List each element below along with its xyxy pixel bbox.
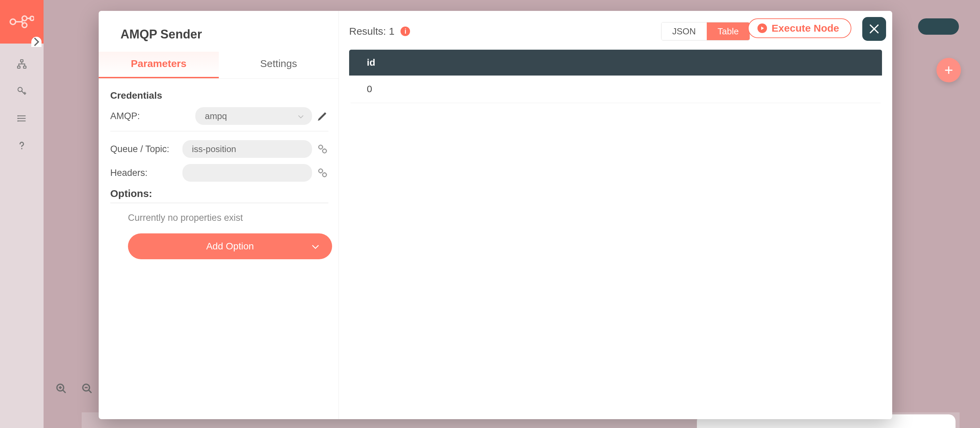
results-header-cell: id: [349, 50, 882, 76]
svg-point-18: [21, 148, 22, 150]
node-settings-modal: AMQP Sender Parameters Settings Credenti…: [99, 11, 892, 419]
queue-label: Queue / Topic:: [110, 144, 182, 154]
info-icon[interactable]: i: [401, 27, 410, 36]
results-prefix: Results:: [349, 25, 389, 37]
queue-row: Queue / Topic:: [110, 140, 328, 158]
zoom-out-button[interactable]: [80, 382, 94, 395]
amqp-credential-row: AMQP: ampq: [110, 107, 328, 125]
svg-point-15: [18, 115, 19, 117]
svg-line-20: [63, 390, 66, 393]
queue-input[interactable]: [182, 140, 312, 158]
results-count: 1: [389, 25, 395, 37]
execute-node-button[interactable]: Execute Node: [748, 18, 851, 38]
amqp-credential-value: ampq: [205, 111, 227, 121]
left-sidebar: [0, 0, 43, 428]
zoom-controls: [54, 382, 94, 395]
tab-parameters[interactable]: Parameters: [99, 52, 219, 78]
gears-icon: [317, 143, 328, 155]
collapse-sidebar-button[interactable]: [31, 37, 41, 47]
add-option-button[interactable]: Add Option: [128, 233, 332, 259]
svg-rect-9: [18, 66, 21, 68]
amqp-credential-select[interactable]: ampq: [195, 107, 312, 125]
gears-icon: [317, 167, 328, 178]
amqp-label: AMQP:: [110, 111, 195, 121]
svg-rect-8: [21, 60, 23, 62]
app-logo[interactable]: [0, 0, 43, 43]
svg-point-28: [319, 169, 323, 173]
view-table-button[interactable]: Table: [707, 22, 749, 40]
options-heading: Options:: [110, 188, 328, 203]
svg-point-29: [323, 173, 326, 177]
credentials-icon[interactable]: [15, 84, 29, 98]
svg-line-24: [89, 390, 92, 393]
play-icon: [757, 24, 767, 33]
pencil-icon: [317, 110, 328, 122]
chevron-down-icon: [298, 111, 304, 121]
chevron-down-icon: [312, 241, 319, 252]
help-icon[interactable]: [15, 139, 29, 153]
tab-settings[interactable]: Settings: [219, 52, 339, 78]
results-label: Results: 1: [349, 25, 395, 37]
add-node-button[interactable]: +: [937, 58, 961, 82]
close-button[interactable]: [862, 17, 886, 41]
parameters-panel: Credentials AMQP: ampq: [99, 79, 339, 419]
svg-rect-10: [24, 66, 26, 68]
workflows-icon[interactable]: [15, 57, 29, 71]
credentials-heading: Credentials: [110, 90, 328, 101]
headers-input[interactable]: [182, 164, 312, 182]
modal-left-panel: AMQP Sender Parameters Settings Credenti…: [99, 11, 339, 419]
divider: [110, 131, 328, 131]
modal-right-panel: Results: 1 i JSON Table Execute Node id …: [339, 11, 892, 419]
svg-point-27: [323, 149, 326, 153]
headers-options-button[interactable]: [317, 167, 328, 178]
node-title: AMQP Sender: [99, 11, 339, 52]
plus-icon: +: [944, 62, 953, 79]
queue-options-button[interactable]: [317, 143, 328, 155]
headers-label: Headers:: [110, 168, 182, 178]
results-row: 0: [349, 76, 882, 103]
svg-point-26: [319, 145, 323, 149]
chevron-right-icon: [31, 35, 41, 49]
options-empty-text: Currently no properties exist: [110, 203, 328, 231]
svg-point-0: [10, 19, 16, 24]
view-json-button[interactable]: JSON: [662, 22, 707, 40]
executions-icon[interactable]: [15, 111, 29, 125]
tab-bar: Parameters Settings: [99, 52, 339, 79]
results-table: id 0: [349, 50, 882, 103]
execute-label: Execute Node: [772, 22, 839, 34]
close-icon: [869, 23, 880, 35]
zoom-out-icon: [81, 383, 93, 394]
headers-row: Headers:: [110, 164, 328, 182]
view-toggle: JSON Table: [661, 22, 750, 40]
svg-point-16: [18, 118, 19, 119]
svg-point-17: [18, 121, 19, 122]
edit-credential-button[interactable]: [317, 110, 328, 122]
svg-point-7: [30, 16, 34, 21]
activation-toggle-bg: [918, 18, 959, 35]
logo-icon: [10, 15, 34, 29]
add-option-label: Add Option: [206, 241, 254, 252]
zoom-in-button[interactable]: [54, 382, 68, 395]
zoom-in-icon: [56, 383, 67, 394]
